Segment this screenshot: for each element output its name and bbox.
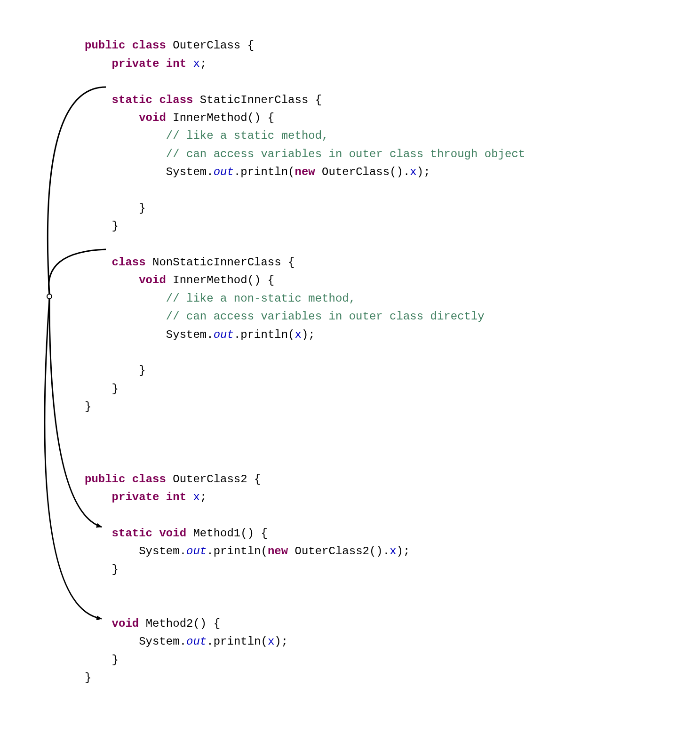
- field-x: x: [268, 635, 274, 648]
- code-line: }: [85, 563, 119, 576]
- code-line: }: [85, 383, 119, 395]
- keyword-void: void: [139, 112, 166, 124]
- keyword-private: private: [112, 491, 159, 503]
- class-name: OuterClass {: [173, 39, 254, 52]
- method2-line: void Method2() {: [85, 617, 220, 630]
- comment: // like a static method,: [166, 129, 329, 142]
- code-line: // like a static method,: [85, 129, 328, 142]
- keyword-void: void: [112, 617, 139, 630]
- method-name: InnerMethod() {: [173, 274, 274, 287]
- keyword-private: private: [112, 57, 159, 70]
- code-line: }: [85, 671, 91, 684]
- comment: // can access variables in outer class t…: [166, 148, 525, 160]
- code-line: }: [85, 400, 91, 413]
- keyword-int: int: [166, 57, 186, 70]
- keyword-class: class: [112, 256, 146, 269]
- class-name: StaticInnerClass {: [200, 94, 322, 106]
- field-x: x: [295, 328, 302, 341]
- keyword-class: class: [132, 39, 166, 52]
- keyword-class: class: [159, 94, 193, 106]
- code-line: System.out.println(x);: [85, 328, 315, 341]
- field-x: x: [193, 491, 199, 503]
- keyword-class: class: [132, 473, 166, 486]
- comment: // can access variables in outer class d…: [166, 310, 485, 323]
- code-line: }: [85, 654, 119, 666]
- code-line: System.out.println(new OuterClass2().x);: [85, 545, 410, 558]
- keyword-new: new: [295, 166, 315, 178]
- comment: // like a non-static method,: [166, 292, 356, 305]
- code-line: }: [85, 364, 146, 377]
- static-field-out: out: [186, 635, 207, 648]
- code-line: private int x;: [85, 491, 207, 503]
- keyword-void: void: [159, 527, 186, 540]
- code-line: public class OuterClass {: [85, 39, 254, 52]
- class-name: NonStaticInnerClass {: [152, 256, 294, 269]
- static-field-out: out: [186, 545, 207, 558]
- code-line: public class OuterClass2 {: [85, 473, 261, 486]
- code-line: }: [85, 202, 146, 215]
- keyword-public: public: [85, 473, 125, 486]
- nonstatic-inner-class-line: class NonStaticInnerClass {: [85, 256, 294, 269]
- keyword-int: int: [166, 491, 186, 503]
- field-x: x: [390, 545, 396, 558]
- static-field-out: out: [214, 166, 234, 178]
- code-line: // like a non-static method,: [85, 292, 356, 305]
- field-x: x: [410, 166, 416, 178]
- field-x: x: [193, 57, 199, 70]
- keyword-static: static: [112, 94, 152, 106]
- code-line: // can access variables in outer class d…: [85, 310, 485, 323]
- static-field-out: out: [214, 328, 234, 341]
- static-inner-class-line: static class StaticInnerClass {: [85, 94, 322, 106]
- code-line: void InnerMethod() {: [85, 274, 274, 287]
- method-name: InnerMethod() {: [173, 112, 274, 124]
- method1-line: static void Method1() {: [85, 527, 268, 540]
- keyword-void: void: [139, 274, 166, 287]
- code-line: System.out.println(x);: [85, 635, 288, 648]
- method-name: Method1() {: [193, 527, 267, 540]
- class-name: OuterClass2 {: [173, 473, 261, 486]
- code-line: private int x;: [85, 57, 207, 70]
- keyword-static: static: [112, 527, 152, 540]
- keyword-new: new: [268, 545, 288, 558]
- code-line: }: [85, 220, 119, 232]
- code-line: // can access variables in outer class t…: [85, 148, 525, 160]
- junction-dot: [47, 294, 52, 299]
- method-name: Method2() {: [146, 617, 220, 630]
- keyword-public: public: [85, 39, 125, 52]
- code-line: void InnerMethod() {: [85, 112, 274, 124]
- code-line: System.out.println(new OuterClass().x);: [85, 166, 430, 178]
- code-diagram: public class OuterClass { private int x;…: [85, 19, 681, 687]
